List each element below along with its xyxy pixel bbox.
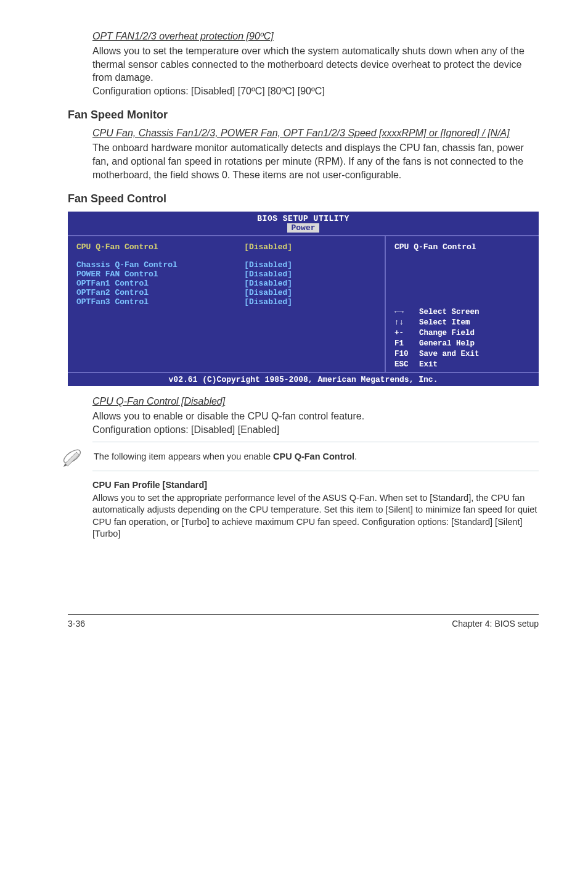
- bios-help-key: F10: [394, 349, 419, 360]
- opt-fan-config: Configuration options: [Disabled] [70ºC]…: [92, 85, 539, 98]
- cpu-profile-heading: CPU Fan Profile [Standard]: [92, 480, 539, 490]
- bios-help-title: CPU Q-Fan Control: [394, 242, 530, 252]
- bios-help-desc: Save and Exit: [419, 349, 480, 360]
- bios-row-value: [Disabled]: [244, 242, 292, 252]
- cpu-qfan-config: Configuration options: [Disabled] [Enabl…: [92, 423, 539, 437]
- bios-setup-screenshot: BIOS SETUP UTILITY Power CPU Q-Fan Contr…: [68, 212, 539, 386]
- bios-help-key: ESC: [394, 360, 419, 370]
- bios-row-label: Chassis Q-Fan Control: [76, 260, 244, 270]
- fan-monitor-body: The onboard hardware monitor automatical…: [92, 141, 539, 181]
- fan-speed-control-title: Fan Speed Control: [68, 192, 539, 205]
- bios-footer: v02.61 (C)Copyright 1985-2008, American …: [68, 372, 539, 386]
- bios-help-desc: General Help: [419, 339, 475, 349]
- bios-row-label: CPU Q-Fan Control: [76, 242, 244, 252]
- page-number-left: 3-36: [68, 619, 85, 629]
- bios-tab-row: Power: [68, 223, 539, 233]
- bios-help-key: F1: [394, 339, 419, 349]
- bios-help-body: ←→Select Screen ↑↓Select Item +-Change F…: [394, 307, 530, 369]
- bios-help-key: ←→: [394, 307, 419, 318]
- bios-help-desc: Exit: [419, 360, 438, 370]
- bios-help-key: +-: [394, 328, 419, 339]
- bios-right-panel: CPU Q-Fan Control ←→Select Screen ↑↓Sele…: [386, 236, 539, 372]
- cpu-qfan-body: Allows you to enable or disable the CPU …: [92, 410, 539, 423]
- fan-monitor-subheading: CPU Fan, Chassis Fan1/2/3, POWER Fan, OP…: [92, 128, 539, 139]
- bios-row-label: OPTFan2 Control: [76, 288, 244, 297]
- cpu-profile-body: Allows you to set the appropriate perfor…: [92, 492, 539, 540]
- pencil-icon: [62, 446, 83, 467]
- bios-help-desc: Change Field: [419, 328, 475, 339]
- page-footer-right: Chapter 4: BIOS setup: [452, 619, 539, 629]
- bios-help-desc: Select Item: [419, 318, 470, 328]
- bios-row-value: [Disabled]: [244, 279, 292, 288]
- bios-row-label: OPTFan1 Control: [76, 279, 244, 288]
- opt-fan-body: Allows you to set the temperature over w…: [92, 44, 539, 85]
- opt-fan-heading: OPT FAN1/2/3 overheat protection [90ºC]: [92, 31, 539, 42]
- fan-speed-monitor-title: Fan Speed Monitor: [68, 109, 539, 122]
- bios-row-value: [Disabled]: [244, 260, 292, 270]
- bios-help-key: ↑↓: [394, 318, 419, 328]
- bios-row-label: OPTFan3 Control: [76, 297, 244, 307]
- bios-left-panel: CPU Q-Fan Control [Disabled] Chassis Q-F…: [68, 236, 386, 372]
- note-callout: The following item appears when you enab…: [92, 442, 539, 471]
- bios-active-tab: Power: [287, 223, 319, 233]
- bios-row-value: [Disabled]: [244, 270, 292, 279]
- bios-row-value: [Disabled]: [244, 288, 292, 297]
- bios-row-value: [Disabled]: [244, 297, 292, 307]
- page-footer: 3-36 Chapter 4: BIOS setup: [68, 614, 539, 629]
- note-text: The following item appears when you enab…: [94, 452, 357, 461]
- bios-row-label: POWER FAN Control: [76, 270, 244, 279]
- bios-title: BIOS SETUP UTILITY: [68, 212, 539, 223]
- cpu-qfan-heading: CPU Q-Fan Control [Disabled]: [92, 396, 539, 407]
- bios-help-desc: Select Screen: [419, 307, 480, 318]
